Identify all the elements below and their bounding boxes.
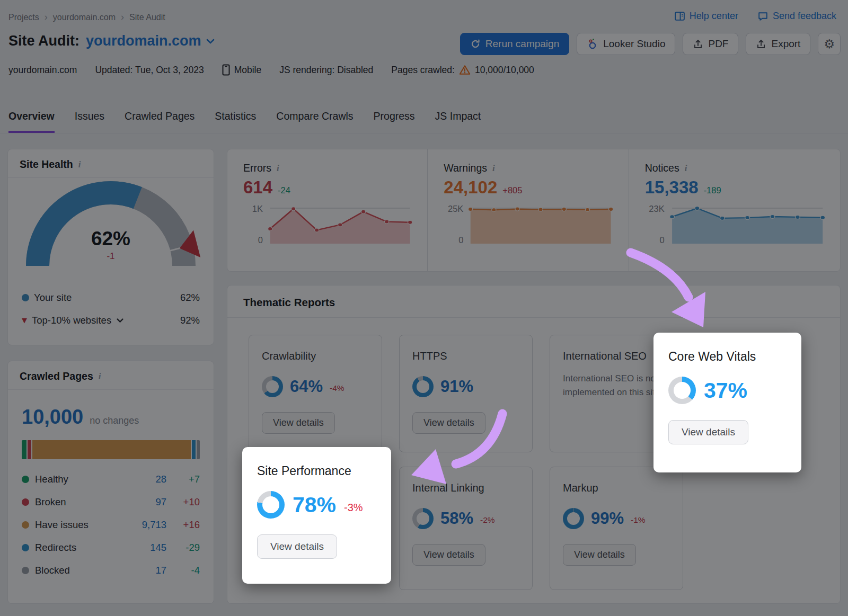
site-audit-page: Projects › yourdomain.com › Site Audit H… — [0, 0, 848, 616]
core-web-vitals-title: Core Web Vitals — [668, 350, 787, 364]
core-web-vitals-donut — [668, 377, 696, 404]
site-performance-change: -3% — [344, 502, 363, 514]
site-performance-title: Site Performance — [257, 464, 376, 478]
core-web-vitals-view-details-button[interactable]: View details — [668, 420, 748, 444]
site-performance-donut — [257, 491, 285, 519]
core-web-vitals-score: 37% — [704, 378, 747, 403]
dim-overlay — [0, 0, 848, 616]
core-web-vitals-card: Core Web Vitals 37% View details — [653, 333, 801, 472]
site-performance-card: Site Performance 78% -3% View details — [242, 447, 391, 584]
site-performance-view-details-button[interactable]: View details — [257, 534, 337, 559]
site-performance-score: 78% — [293, 493, 336, 517]
